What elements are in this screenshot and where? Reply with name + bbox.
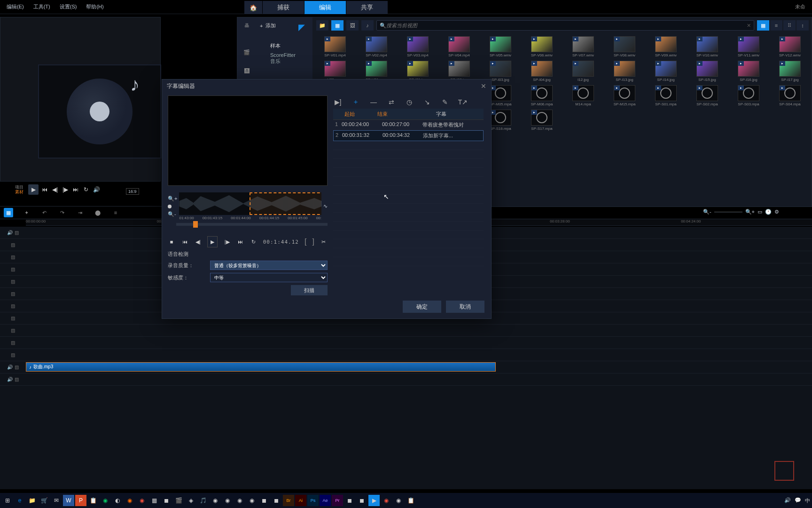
waveform[interactable]	[179, 192, 321, 215]
tab-capture[interactable]: 捕获	[263, 1, 304, 14]
thumb-item[interactable]: ▸SP-V08.wmv	[605, 36, 644, 59]
subtitle-row-empty[interactable]	[333, 248, 484, 257]
play-sub-icon[interactable]: ▶]	[333, 97, 343, 107]
subtitle-row[interactable]: 100:00:24:0000:00:27:00带着疲惫带着愧对	[333, 120, 484, 130]
time-sub-icon[interactable]: ◷	[405, 97, 414, 107]
settings-icon[interactable]: ⚙	[774, 209, 779, 215]
goto-start-button[interactable]: ⏮	[40, 185, 49, 194]
thumb-item[interactable]: ▸SP-S04.mpa	[770, 85, 810, 108]
goto-end-button[interactable]: ⏭	[71, 185, 80, 194]
wave-trim-icon[interactable]: ∿	[323, 203, 328, 209]
edge-icon[interactable]: e	[14, 495, 25, 506]
thumb-item[interactable]: ▸SP-V10.wmv	[687, 36, 727, 59]
loop-button[interactable]: ↻	[82, 185, 90, 194]
clock-icon[interactable]: 🕐	[765, 209, 772, 215]
mixer-icon[interactable]: ≡	[111, 208, 120, 217]
subtitle-row-empty[interactable]	[333, 168, 484, 177]
app-icon[interactable]: ◼	[161, 495, 172, 506]
ripple-icon[interactable]: ⇥	[75, 208, 85, 217]
thumb-item[interactable]: ▸SP-I04.jpg	[522, 61, 562, 83]
app-icon[interactable]: Ps	[307, 495, 319, 506]
app-icon[interactable]: ◉	[234, 495, 245, 506]
thumb-item[interactable]: ▸SP-S01.mpa	[646, 85, 686, 108]
thumb-item[interactable]: ▸SP-V03.mp4	[398, 36, 437, 59]
close-icon[interactable]: ✕	[481, 82, 486, 90]
thumb-item[interactable]: ▸SP-V01.mp4	[315, 36, 355, 59]
track-row[interactable]: ▨	[0, 325, 812, 337]
wave-end-icon[interactable]: ⏭	[236, 238, 244, 246]
wave-start-icon[interactable]: ⏮	[181, 238, 188, 246]
subtitle-row-empty[interactable]	[333, 213, 484, 222]
thumb-item[interactable]: ▸SP-I14.jpg	[646, 61, 686, 83]
import-icon[interactable]: 📁	[316, 20, 328, 31]
app-icon[interactable]: ◉	[381, 495, 392, 506]
wave-loop-icon[interactable]: ↻	[250, 238, 258, 246]
app-icon[interactable]: ◼	[356, 495, 367, 506]
thumb-item[interactable]: ▸SP-V09.wmv	[646, 36, 686, 59]
volume-button[interactable]: 🔊	[92, 185, 101, 194]
app-icon[interactable]: 📋	[87, 495, 99, 506]
play-button[interactable]: ▶	[28, 184, 39, 195]
app-icon[interactable]: W	[63, 495, 74, 506]
app-icon[interactable]: Br	[283, 495, 294, 506]
subtitle-row-empty[interactable]	[333, 150, 484, 159]
zoom-slider[interactable]	[714, 212, 742, 213]
wave-prev-icon[interactable]: ◀|	[194, 238, 202, 246]
menu-edit[interactable]: 编辑(E)	[2, 1, 29, 12]
track-row[interactable]: ▨	[0, 337, 812, 349]
view-list-icon[interactable]: ≡	[770, 20, 782, 31]
app-icon[interactable]: ◼	[271, 495, 282, 506]
col-sub[interactable]: 字幕	[399, 109, 484, 119]
subtitle-row-empty[interactable]	[333, 230, 484, 239]
record-icon[interactable]: ⬤	[93, 208, 102, 217]
thumb-item[interactable]: ▸SP-I13.jpg	[605, 61, 644, 83]
app-icon[interactable]: ◉	[222, 495, 233, 506]
wave-scrollbar[interactable]	[176, 223, 328, 226]
wave-playhead[interactable]	[193, 221, 198, 228]
dialog-title-bar[interactable]: 字幕编辑器 ✕	[162, 79, 491, 93]
thumb-item[interactable]: ▸SP-V12.wmv	[770, 36, 810, 59]
app-icon[interactable]: ◉	[124, 495, 135, 506]
track-row[interactable]: ▨	[0, 349, 812, 361]
app-icon[interactable]: ◉	[100, 495, 111, 506]
tab-share[interactable]: 共享	[346, 1, 388, 14]
app-icon[interactable]: ◈	[185, 495, 196, 506]
subtitle-row-empty[interactable]	[333, 195, 484, 204]
wave-zoom-out-icon[interactable]: 🔍-	[168, 211, 177, 217]
app-icon[interactable]: Ae	[320, 495, 331, 506]
tab-home[interactable]: 🏠	[244, 1, 262, 14]
media-icon[interactable]: 🖶	[239, 19, 254, 32]
clear-icon[interactable]: ✕	[747, 23, 751, 29]
mark-in-icon[interactable]: [	[304, 238, 306, 246]
menu-settings[interactable]: 设置(S)	[55, 1, 82, 12]
col-start[interactable]: 起始	[333, 109, 366, 119]
cancel-button[interactable]: 取消	[446, 301, 484, 313]
shift-sub-icon[interactable]: ↘	[422, 97, 432, 107]
wave-selection[interactable]	[250, 192, 321, 215]
app-icon[interactable]: Pr	[332, 495, 343, 506]
redo-icon[interactable]: ↷	[57, 208, 67, 217]
add-sub-icon[interactable]: ＋	[351, 97, 360, 107]
thumb-item[interactable]: ▸SP-V04.mp4	[439, 36, 479, 59]
thumb-item[interactable]: ▸SP-I17.jpg	[770, 61, 810, 83]
tree-sample[interactable]: 样本	[258, 41, 308, 51]
thumb-item[interactable]: ▸I12.jpg	[563, 61, 603, 83]
merge-sub-icon[interactable]: ⇄	[387, 97, 396, 107]
ime-indicator[interactable]: 中	[805, 497, 810, 504]
filter-folder-icon[interactable]: ▦	[331, 20, 344, 31]
style-sub-icon[interactable]: T↗	[458, 97, 468, 107]
filter-audio-icon[interactable]: ♪	[361, 20, 374, 31]
track-row[interactable]: 🔊▨	[0, 373, 812, 386]
thumb-item[interactable]: ▸M14.mpa	[563, 85, 603, 108]
view-thumb-icon[interactable]: ▦	[757, 20, 769, 31]
menu-tools[interactable]: 工具(T)	[29, 1, 55, 12]
thumb-item[interactable]: ▸SP-I15.jpg	[687, 61, 727, 83]
thumb-item[interactable]: ▸SP-S02.mpa	[687, 85, 727, 108]
subtitle-row[interactable]: 200:00:31:3200:00:34:32添加新字幕...	[333, 130, 484, 141]
wave-stop-icon[interactable]: ■	[168, 238, 175, 246]
edit-sub-icon[interactable]: ✎	[440, 97, 450, 107]
start-icon[interactable]: ⊞	[2, 495, 13, 506]
thumb-item[interactable]: ▸SP-I16.jpg	[729, 61, 768, 83]
thumb-item[interactable]: ▸SP-S03.mpa	[729, 85, 768, 108]
ok-button[interactable]: 确定	[403, 301, 441, 313]
